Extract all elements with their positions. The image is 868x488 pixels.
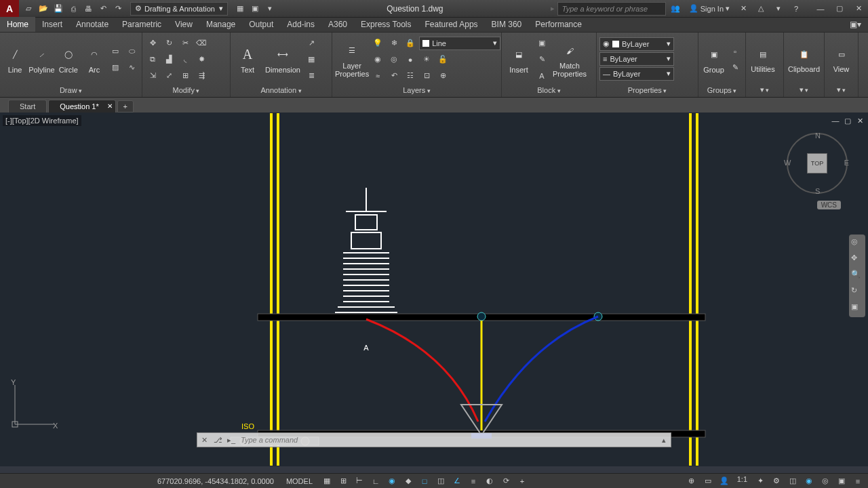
tab-output[interactable]: Output [242, 17, 280, 32]
group-button[interactable]: ▣Group [701, 37, 726, 83]
file-tab-start[interactable]: Start [8, 100, 47, 113]
layer-lock-icon[interactable]: 🔒 [403, 36, 418, 51]
tab-express[interactable]: Express Tools [354, 17, 418, 32]
sb-ws-icon[interactable]: ⚙ [769, 475, 784, 487]
edit-block-icon[interactable]: ✎ [534, 52, 549, 67]
tab-performance[interactable]: Performance [528, 17, 589, 32]
nav-wheel-icon[interactable]: ◎ [851, 237, 863, 249]
layer-unlock-icon[interactable]: 🔓 [435, 52, 450, 67]
table-icon[interactable]: ▦ [304, 52, 319, 67]
color-selector[interactable]: ◉ByLayer▾ [599, 37, 674, 51]
panel-draw-title[interactable]: Draw [3, 85, 139, 96]
scale-icon[interactable]: ⤢ [161, 68, 176, 83]
qat-saveas-icon[interactable]: ⎙ [66, 2, 80, 16]
sb-otrack-icon[interactable]: ∠ [450, 475, 465, 487]
sb-lwt-icon[interactable]: ≡ [466, 475, 481, 487]
nav-pan-icon[interactable]: ✥ [851, 253, 863, 266]
help-search[interactable]: Type a keyword or phrase [557, 2, 666, 16]
circle-button[interactable]: ◯Circle [56, 37, 81, 83]
app-logo[interactable]: A [0, 0, 19, 18]
mtext-icon[interactable]: ≣ [304, 68, 319, 83]
tab-manage[interactable]: Manage [199, 17, 242, 32]
workspace-selector[interactable]: ⚙ Drafting & Annotation ▾ [130, 2, 228, 16]
sb-qp-icon[interactable]: ▭ [701, 475, 715, 487]
vp-maximize-icon[interactable]: ▢ [842, 115, 853, 126]
sb-isolate-icon[interactable]: ◎ [818, 475, 833, 487]
panel-annotation-title[interactable]: Annotation [233, 85, 329, 96]
qat-extra2-icon[interactable]: ▣ [248, 2, 262, 16]
infocenter-icon[interactable]: 👥 [669, 2, 682, 16]
offset-icon[interactable]: ⇶ [194, 68, 209, 83]
drawing-canvas[interactable]: [-][Top][2D Wireframe] — ▢ ✕ [0, 113, 868, 466]
sb-polar-icon[interactable]: ◉ [384, 475, 399, 487]
trim-icon[interactable]: ✂ [178, 36, 193, 51]
sb-dyn-icon[interactable]: + [515, 475, 530, 487]
vp-minimize-icon[interactable]: — [830, 115, 841, 126]
move-icon[interactable]: ✥ [145, 36, 160, 51]
panel-utilities-title[interactable]: ▾ [749, 84, 781, 96]
qat-redo-icon[interactable]: ↷ [111, 2, 125, 16]
command-line[interactable]: ✕ ⎇ ▸_ ▴ [197, 432, 671, 447]
tab-home[interactable]: Home [0, 17, 35, 32]
qat-open-icon[interactable]: 📂 [37, 2, 50, 16]
sb-annoscale-icon[interactable]: 👤 [717, 475, 732, 487]
mirror-icon[interactable]: ▟ [161, 52, 176, 67]
sb-transparency-icon[interactable]: ◐ [482, 475, 497, 487]
wcs-badge[interactable]: WCS [817, 201, 841, 209]
utilities-button[interactable]: ▤Utilities [749, 36, 777, 82]
layer-state-icon[interactable]: ⊡ [419, 68, 434, 83]
sb-units-icon[interactable]: ◫ [785, 475, 800, 487]
options-dropdown-icon[interactable]: ▾ [772, 2, 785, 16]
dimension-button[interactable]: ⟷Dimension [263, 37, 302, 83]
sb-cycling-icon[interactable]: ⟳ [498, 475, 513, 487]
create-block-icon[interactable]: ▣ [534, 36, 549, 51]
ungroup-icon[interactable]: ▫ [728, 44, 743, 59]
qat-dropdown-icon[interactable]: ▾ [263, 2, 277, 16]
rotate-icon[interactable]: ↻ [161, 36, 176, 51]
close-button[interactable]: ✕ [849, 2, 868, 16]
file-tab-document[interactable]: Question 1*✕ [48, 100, 115, 113]
panel-modify-title[interactable]: Modify [145, 85, 227, 96]
lineweight-selector[interactable]: ≡ByLayer▾ [599, 52, 674, 66]
cmdline-close-icon[interactable]: ✕ [197, 436, 211, 445]
layer-selector[interactable]: Line ▾ [419, 37, 500, 50]
layer-merge-icon[interactable]: ⊕ [435, 68, 450, 83]
text-button[interactable]: AText [233, 37, 262, 83]
layer-thaw-icon[interactable]: ☀ [419, 52, 434, 67]
new-tab-button[interactable]: + [117, 100, 134, 113]
panel-properties-title[interactable]: Properties [599, 85, 695, 96]
qat-save-icon[interactable]: 💾 [52, 2, 65, 16]
explode-icon[interactable]: ✸ [194, 52, 209, 67]
linetype-selector[interactable]: —ByLayer▾ [599, 67, 674, 81]
command-input[interactable] [238, 436, 657, 444]
layer-iso-icon[interactable]: ◎ [387, 52, 401, 67]
sb-3dosnap-icon[interactable]: ◫ [433, 475, 448, 487]
qat-extra1-icon[interactable]: ▦ [233, 2, 247, 16]
tab-parametric[interactable]: Parametric [115, 17, 168, 32]
sb-grid-icon[interactable]: ▦ [319, 475, 334, 487]
help-icon[interactable]: ? [789, 2, 803, 16]
tab-featured[interactable]: Featured Apps [418, 17, 485, 32]
panel-block-title[interactable]: Block [505, 85, 593, 96]
polyline-button[interactable]: ⟋Polyline [28, 37, 55, 83]
tab-view[interactable]: View [168, 17, 199, 32]
sb-osnap-icon[interactable]: □ [417, 475, 432, 487]
ribbon-minimize-icon[interactable]: ▣▾ [843, 17, 868, 32]
a360-icon[interactable]: △ [754, 2, 768, 16]
status-scale[interactable]: 1:1 [733, 475, 751, 487]
qat-undo-icon[interactable]: ↶ [96, 2, 110, 16]
panel-clipboard-title[interactable]: ▾ [787, 84, 821, 96]
attribute-icon[interactable]: A [534, 68, 549, 83]
layer-prev-icon[interactable]: ↶ [387, 68, 401, 83]
qat-plot-icon[interactable]: 🖶 [81, 2, 95, 16]
viewcube-top-face[interactable]: TOP [807, 153, 827, 174]
cmdline-customize-icon[interactable]: ⎇ [211, 436, 224, 445]
tab-addins[interactable]: Add-ins [280, 17, 321, 32]
tab-insert[interactable]: Insert [35, 17, 69, 32]
panel-groups-title[interactable]: Groups [701, 85, 743, 96]
sb-ortho-icon[interactable]: ∟ [368, 475, 383, 487]
viewcube[interactable]: N S E W TOP [787, 133, 848, 194]
close-tab-icon[interactable]: ✕ [107, 102, 113, 110]
rectangle-icon[interactable]: ▭ [108, 44, 123, 59]
leader-icon[interactable]: ↗ [304, 36, 319, 51]
